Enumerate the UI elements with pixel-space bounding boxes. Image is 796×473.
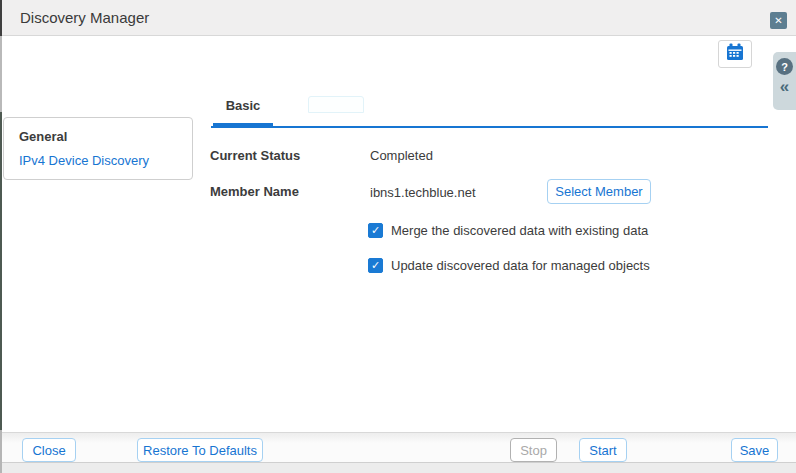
dialog-footer [2, 432, 796, 462]
check-icon: ✓ [371, 224, 380, 236]
discovery-manager-dialog: Discovery Manager ✕ ? « [0, 0, 796, 473]
tab-ghost[interactable] [308, 96, 364, 113]
restore-to-defaults-button[interactable]: Restore To Defaults [137, 438, 263, 462]
collapse-icon[interactable]: « [780, 78, 789, 95]
current-status-label: Current Status [210, 148, 300, 163]
calendar-icon [725, 43, 745, 65]
select-member-button[interactable]: Select Member [547, 179, 651, 204]
page-background-strip [2, 462, 796, 473]
screen-edge-dark [0, 112, 2, 430]
stop-button[interactable]: Stop [510, 438, 557, 462]
tab-active-indicator [213, 123, 273, 128]
dialog-header: Discovery Manager [2, 0, 796, 36]
collapse-glyph: « [780, 77, 789, 96]
update-data-checkbox[interactable]: ✓ [368, 258, 383, 273]
check-icon: ✓ [371, 259, 380, 271]
save-button[interactable]: Save [731, 438, 778, 462]
close-glyph: ✕ [774, 15, 782, 26]
start-button[interactable]: Start [579, 438, 627, 462]
dialog-title: Discovery Manager [20, 9, 149, 26]
screen-edge-mid [0, 36, 2, 112]
update-data-label: Update discovered data for managed objec… [391, 258, 650, 273]
sidebar: General IPv4 Device Discovery [3, 117, 193, 180]
member-name-label: Member Name [210, 184, 299, 199]
merge-data-label: Merge the discovered data with existing … [391, 223, 648, 238]
close-button[interactable]: Close [22, 438, 76, 462]
update-data-checkbox-row: ✓ Update discovered data for managed obj… [368, 258, 650, 273]
sidebar-item-ipv4-device-discovery[interactable]: IPv4 Device Discovery [19, 153, 192, 168]
merge-data-checkbox-row: ✓ Merge the discovered data with existin… [368, 223, 648, 238]
current-status-value: Completed [370, 148, 433, 163]
merge-data-checkbox[interactable]: ✓ [368, 223, 383, 238]
member-name-value: ibns1.techblue.net [370, 185, 476, 200]
schedule-button[interactable] [718, 40, 752, 68]
tab-underline [211, 126, 768, 128]
help-icon[interactable]: ? [776, 58, 793, 75]
help-glyph: ? [781, 61, 788, 73]
tab-basic[interactable]: Basic [213, 98, 273, 116]
sidebar-section-general: General [19, 129, 192, 144]
close-icon[interactable]: ✕ [770, 12, 787, 29]
help-flap: ? « [773, 52, 796, 110]
